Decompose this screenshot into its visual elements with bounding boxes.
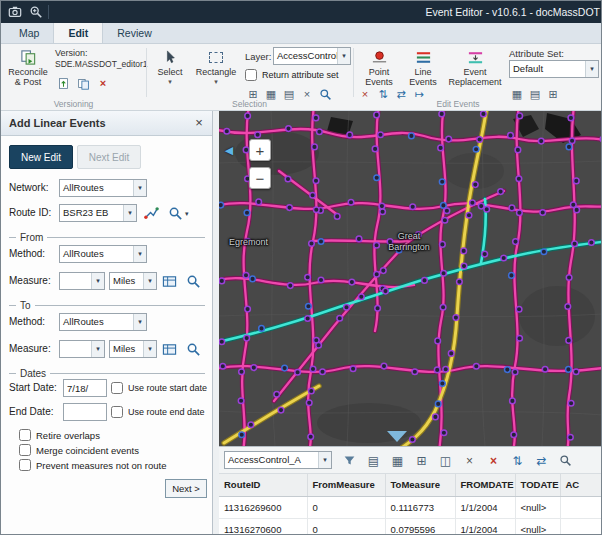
- chevron-down-icon: ▾: [143, 273, 156, 289]
- zoom-in-icon[interactable]: [28, 4, 44, 20]
- event-replacement-button[interactable]: Event Replacement: [447, 47, 503, 105]
- return-attribute-set-checkbox[interactable]: [245, 69, 257, 81]
- chevron-down-icon: ▾: [91, 341, 104, 357]
- next-edit-button[interactable]: Next Edit: [77, 145, 141, 169]
- column-header-routeid[interactable]: RouteID: [219, 474, 307, 496]
- table-cell: 0: [307, 496, 385, 518]
- from-measure-zoom-icon[interactable]: [185, 273, 201, 289]
- table-layer-dropdown[interactable]: AccessControl_A ▾: [224, 451, 332, 469]
- network-dropdown[interactable]: AllRoutes ▾: [59, 179, 147, 197]
- filter-icon[interactable]: [341, 452, 358, 469]
- attribute-table: RouteID FromMeasure ToMeasure FROMDATE T…: [219, 474, 602, 535]
- to-method-dropdown[interactable]: AllRoutes ▾: [59, 313, 147, 331]
- reconcile-post-button[interactable]: Reconcile & Post: [5, 47, 51, 105]
- merge-coincident-label: Merge coincident events: [36, 445, 139, 456]
- table-row[interactable]: 11316270600 0 0.0795596 1/1/2004 <null>: [219, 518, 602, 535]
- reconcile-icon[interactable]: [75, 75, 91, 91]
- next-button[interactable]: Next >: [165, 479, 207, 498]
- tab-edit[interactable]: Edit: [53, 23, 103, 43]
- attribute-set-dropdown[interactable]: Default ▾: [509, 60, 599, 78]
- route-id-dropdown[interactable]: BSR23 EB ▾: [59, 204, 137, 222]
- route-picker-icon[interactable]: [143, 205, 159, 221]
- chevron-down-icon: ▾: [193, 78, 239, 85]
- chevron-down-icon: ▾: [318, 452, 331, 468]
- cursor-icon: [151, 47, 189, 67]
- column-header-frommeasure[interactable]: FromMeasure: [307, 474, 385, 496]
- delete-rows-icon[interactable]: ×: [485, 452, 502, 469]
- network-value: AllRoutes: [60, 180, 133, 196]
- post-icon[interactable]: [55, 75, 71, 91]
- to-measure-dropdown[interactable]: ▾: [59, 340, 105, 358]
- from-method-dropdown[interactable]: AllRoutes ▾: [59, 245, 147, 263]
- route-id-label: Route ID:: [9, 207, 51, 218]
- zoom-in-button[interactable]: +: [249, 139, 271, 161]
- map-label-great-barrington: Great Barrington: [379, 231, 439, 253]
- layer-dropdown[interactable]: AccessControl_A ▾: [273, 47, 351, 65]
- chevron-down-icon[interactable]: ▾: [185, 210, 189, 218]
- dates-section-label: Dates: [20, 368, 46, 379]
- switch-selection-icon[interactable]: ⇄: [533, 452, 550, 469]
- from-method-label: Method:: [9, 248, 45, 259]
- from-measure-unit: Miles: [110, 273, 143, 289]
- chevron-down-icon: ▾: [585, 61, 598, 77]
- use-route-end-date-checkbox[interactable]: [111, 406, 123, 418]
- from-measure-unit-dropdown[interactable]: Miles ▾: [109, 272, 157, 290]
- table-cell: [560, 496, 602, 518]
- delete-version-icon[interactable]: ×: [95, 75, 111, 91]
- route-zoom-icon[interactable]: [167, 205, 183, 221]
- to-measure-unit-dropdown[interactable]: Miles ▾: [109, 340, 157, 358]
- column-header-todate[interactable]: TODATE: [515, 474, 560, 496]
- line-events-label: Line Events: [403, 67, 443, 88]
- clear-selection-icon[interactable]: ×: [461, 452, 478, 469]
- rectangle-select-button[interactable]: Rectangle ▾: [193, 47, 239, 105]
- related-tables-icon[interactable]: ▦: [389, 452, 406, 469]
- map-label-great: Great: [379, 231, 439, 242]
- end-date-input[interactable]: [63, 403, 107, 421]
- collapse-side-panel-arrow[interactable]: ◀: [221, 139, 237, 161]
- close-icon[interactable]: ×: [191, 115, 207, 130]
- screenshot-icon[interactable]: [7, 4, 23, 20]
- sort-icon[interactable]: ⇅: [509, 452, 526, 469]
- new-edit-button[interactable]: New Edit: [9, 145, 73, 169]
- tab-map[interactable]: Map: [5, 23, 53, 43]
- collapse-table-arrow[interactable]: [387, 431, 407, 442]
- add-selection-icon[interactable]: ⊞: [413, 452, 430, 469]
- event-editor-window: Event Editor - v10.6.1 - docMassDOT Map …: [0, 0, 602, 535]
- to-method-label: Method:: [9, 316, 45, 327]
- prevent-measures-checkbox[interactable]: [19, 459, 31, 471]
- zoom-to-row-icon[interactable]: [557, 452, 574, 469]
- retire-overlaps-checkbox[interactable]: [19, 429, 31, 441]
- from-section-label: From: [20, 232, 43, 243]
- from-measure-dropdown[interactable]: ▾: [59, 272, 105, 290]
- app-title: Event Editor - v10.6.1 - docMassDOT: [426, 6, 600, 18]
- to-measure-dms-icon[interactable]: [161, 341, 177, 357]
- panel-title: Add Linear Events: [9, 117, 106, 129]
- to-measure-label: Measure:: [9, 343, 51, 354]
- column-header-fromdate[interactable]: FROMDATE: [455, 474, 515, 496]
- from-measure-value: [60, 273, 91, 289]
- select-tool-button[interactable]: Select ▾: [151, 47, 189, 105]
- use-route-start-date-label: Use route start date: [128, 383, 207, 393]
- table-row[interactable]: 11316269600 0 0.1116773 1/1/2004 <null>: [219, 496, 602, 518]
- group-label-selection: Selection: [146, 99, 353, 109]
- show-selected-icon[interactable]: ◫: [437, 452, 454, 469]
- chevron-down-icon: ▾: [91, 273, 104, 289]
- map-canvas[interactable]: Egremont Great Barrington ◀ + −: [219, 111, 602, 446]
- tab-review[interactable]: Review: [103, 23, 165, 43]
- rectangle-icon: [193, 47, 239, 67]
- column-header-tomeasure[interactable]: ToMeasure: [385, 474, 455, 496]
- start-date-input[interactable]: [63, 379, 107, 397]
- map-label-barrington: Barrington: [379, 242, 439, 253]
- zoom-out-button[interactable]: −: [249, 167, 271, 189]
- to-measure-value: [60, 341, 91, 357]
- column-header-ac[interactable]: AC: [560, 474, 602, 496]
- from-measure-dms-icon[interactable]: [161, 273, 177, 289]
- merge-coincident-checkbox[interactable]: [19, 444, 31, 456]
- return-attribute-set-label: Return attribute set: [262, 70, 339, 80]
- attribute-list-icon[interactable]: ▤: [365, 452, 382, 469]
- return-attribute-set-row: Return attribute set: [245, 69, 339, 81]
- use-route-start-date-checkbox[interactable]: [111, 382, 123, 394]
- to-measure-zoom-icon[interactable]: [185, 341, 201, 357]
- panel-header: Add Linear Events ×: [1, 111, 212, 136]
- attribute-table-panel: AccessControl_A ▾ ▤ ▦ ⊞ ◫ × × ⇅ ⇄ RouteI…: [219, 446, 602, 535]
